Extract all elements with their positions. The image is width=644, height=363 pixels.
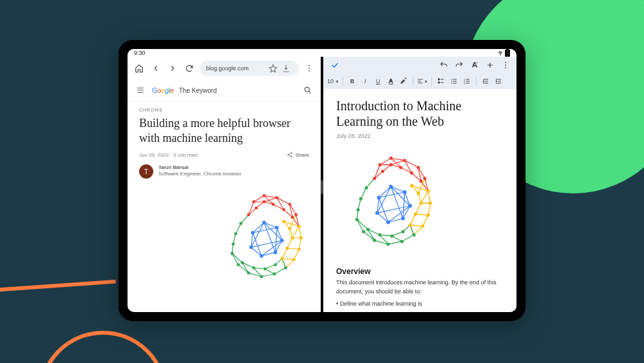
reload-icon[interactable] <box>183 62 196 75</box>
svg-point-90 <box>373 239 376 242</box>
svg-point-24 <box>291 237 294 240</box>
more-vert-icon[interactable] <box>500 59 511 71</box>
svg-point-5 <box>305 87 309 92</box>
share-button[interactable]: Share <box>287 152 309 158</box>
svg-point-13 <box>294 213 298 217</box>
back-icon[interactable] <box>149 62 162 75</box>
svg-point-4 <box>308 70 310 72</box>
svg-point-79 <box>429 201 432 204</box>
done-icon[interactable] <box>328 59 341 72</box>
svg-rect-52 <box>388 84 393 84</box>
svg-point-19 <box>247 213 251 217</box>
svg-rect-59 <box>453 81 457 82</box>
doc-overview-heading: Overview <box>336 267 504 276</box>
article-category: CHROME <box>139 108 309 112</box>
svg-point-74 <box>410 172 413 175</box>
text-format-icon[interactable] <box>469 59 480 71</box>
bg-decor-line <box>0 280 116 295</box>
svg-rect-64 <box>466 79 469 80</box>
font-size-picker[interactable]: 10 ▼ <box>327 78 339 84</box>
chrome-pane: blog.google.com Google The Keyword CHROM… <box>128 57 321 312</box>
svg-point-23 <box>292 258 296 261</box>
chrome-network-graphic <box>336 148 446 258</box>
svg-text:3: 3 <box>464 83 465 85</box>
bullet-list-icon[interactable] <box>448 75 460 87</box>
svg-point-20 <box>298 225 301 228</box>
indent-increase-icon[interactable] <box>493 75 504 87</box>
home-icon[interactable] <box>133 62 146 75</box>
undo-icon[interactable] <box>438 59 450 71</box>
svg-point-72 <box>389 163 392 166</box>
svg-point-43 <box>275 226 279 230</box>
avatar: T <box>139 164 153 179</box>
svg-rect-54 <box>438 82 439 83</box>
text-color-icon[interactable] <box>385 75 397 87</box>
svg-point-100 <box>389 185 393 189</box>
svg-point-41 <box>232 242 235 246</box>
svg-rect-65 <box>466 81 469 82</box>
svg-point-15 <box>272 203 275 206</box>
google-logo: Google <box>152 86 174 94</box>
svg-point-106 <box>377 196 381 200</box>
svg-point-16 <box>282 208 285 211</box>
url-bar[interactable]: blog.google.com <box>200 61 299 76</box>
article-meta: Jun 09, 2022 · 3 min read Share <box>139 152 309 158</box>
svg-rect-53 <box>438 79 439 80</box>
highlight-icon[interactable] <box>398 75 410 87</box>
svg-rect-1 <box>506 49 509 50</box>
svg-point-12 <box>289 203 292 206</box>
doc-date: July 28, 2022 <box>336 133 504 139</box>
svg-point-84 <box>408 223 412 226</box>
svg-point-75 <box>419 179 422 182</box>
svg-point-26 <box>281 257 284 260</box>
svg-point-99 <box>356 208 359 211</box>
search-icon[interactable] <box>301 84 314 97</box>
share-icon <box>287 152 293 158</box>
split-divider[interactable] <box>321 57 323 312</box>
svg-point-81 <box>421 224 424 228</box>
svg-point-39 <box>240 222 243 225</box>
align-icon[interactable]: ▼ <box>417 75 428 87</box>
svg-point-2 <box>308 65 310 66</box>
indent-decrease-icon[interactable] <box>480 75 491 87</box>
doc-title: Introduction to Machine Learning on the … <box>336 98 504 129</box>
star-icon[interactable] <box>267 62 279 75</box>
redo-icon[interactable] <box>453 59 465 71</box>
checklist-icon[interactable] <box>435 75 447 87</box>
numbered-list-icon[interactable]: 123 <box>461 75 473 87</box>
svg-point-17 <box>291 216 294 219</box>
doc-page[interactable]: Introduction to Machine Learning on the … <box>323 89 516 312</box>
docs-pane: 10 ▼ B I U ▼ 123 <box>323 57 516 312</box>
italic-icon[interactable]: I <box>359 75 371 87</box>
svg-rect-58 <box>453 79 457 80</box>
svg-point-40 <box>234 232 238 235</box>
hero-image <box>139 186 309 289</box>
svg-point-78 <box>426 190 430 193</box>
download-icon[interactable] <box>279 62 292 75</box>
doc-overview-body: This document introduces machine learnin… <box>336 279 504 296</box>
svg-point-97 <box>365 186 368 190</box>
font-size-value: 10 <box>327 78 334 84</box>
svg-point-104 <box>386 221 390 224</box>
svg-point-80 <box>426 213 430 217</box>
insert-icon[interactable] <box>484 59 496 71</box>
svg-point-29 <box>284 266 287 270</box>
underline-icon[interactable]: U <box>372 75 384 87</box>
author-block: T Tarun Bansal Software Engineer, Chrome… <box>139 164 309 179</box>
svg-point-70 <box>417 166 420 169</box>
svg-point-95 <box>390 234 393 237</box>
svg-point-32 <box>247 271 251 275</box>
svg-point-9 <box>252 201 256 204</box>
more-icon[interactable] <box>303 62 316 75</box>
forward-icon[interactable] <box>166 62 179 75</box>
svg-point-98 <box>359 197 363 201</box>
bold-icon[interactable]: B <box>346 75 358 87</box>
keyword-title: The Keyword <box>179 87 217 94</box>
svg-point-92 <box>355 218 359 221</box>
svg-rect-0 <box>505 50 510 57</box>
svg-point-77 <box>373 177 376 180</box>
svg-point-44 <box>280 239 284 242</box>
svg-point-25 <box>286 247 289 250</box>
menu-icon[interactable] <box>134 84 147 97</box>
status-time: 9:30 <box>134 50 146 56</box>
